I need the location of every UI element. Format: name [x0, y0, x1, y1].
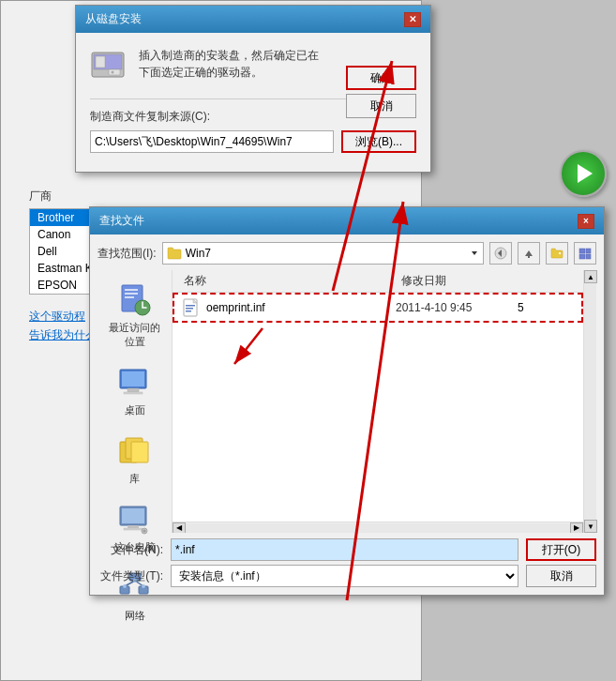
vertical-scrollbar[interactable]: ▲ ▼	[583, 270, 596, 533]
library-icon	[116, 432, 154, 470]
svg-rect-24	[124, 392, 143, 394]
svg-rect-2	[96, 56, 105, 68]
svg-marker-8	[525, 250, 533, 256]
svg-rect-22	[122, 371, 144, 386]
sidebar-desktop-label: 桌面	[125, 403, 145, 417]
desktop-icon	[116, 364, 154, 401]
scroll-up-btn[interactable]: ▲	[584, 270, 597, 283]
sidebar-library-label: 库	[129, 472, 140, 486]
svg-rect-3	[109, 69, 120, 75]
svg-rect-12	[579, 249, 585, 253]
file-bottom: 文件名(N): 打开(O) 文件类型(T): 安装信息（*.inf） 取消	[98, 538, 596, 587]
cancel-button[interactable]: 取消	[346, 94, 416, 118]
svg-rect-45	[186, 308, 193, 310]
file-dialog-titlebar: 查找文件 ×	[90, 207, 604, 235]
source-input[interactable]	[90, 130, 334, 153]
back-btn[interactable]	[489, 242, 512, 265]
file-dialog: 查找文件 × 查找范围(I): Win7	[89, 206, 605, 596]
main-dialog-close-btn[interactable]: ✕	[404, 12, 421, 27]
dropdown-arrow-icon	[470, 249, 479, 258]
svg-point-33	[143, 530, 145, 533]
recent-icon	[116, 281, 154, 319]
new-folder-btn[interactable]	[546, 242, 568, 265]
inf-file-icon	[182, 298, 201, 317]
svg-rect-30	[128, 525, 139, 528]
file-main: 最近访问的位置 桌面	[98, 270, 596, 533]
sidebar-desktop[interactable]: 桌面	[113, 360, 158, 421]
confirm-button[interactable]: 确定	[346, 66, 416, 90]
file-content: oemprint.inf 2011-4-10 9:45 5	[173, 293, 583, 522]
look-in-label: 查找范围(I):	[98, 246, 157, 262]
filename-input[interactable]	[171, 538, 518, 561]
main-dialog: 从磁盘安装 ✕ 插入制造商的安装盘，然后确定已在下面选定正确的驱动器。 确定 取…	[75, 5, 431, 173]
file-list-area: 名称 修改日期	[173, 270, 583, 533]
views-btn[interactable]	[574, 242, 596, 265]
scroll-right-btn[interactable]: ▶	[570, 522, 583, 534]
sidebar-recent[interactable]: 最近访问的位置	[101, 278, 168, 353]
file-row-oemprint[interactable]: oemprint.inf 2011-4-10 9:45 5	[173, 293, 583, 323]
svg-rect-9	[528, 256, 530, 258]
filename-row: 文件名(N): 打开(O)	[98, 538, 596, 561]
col-size	[519, 273, 576, 289]
svg-rect-44	[186, 305, 195, 307]
svg-point-4	[112, 71, 114, 74]
svg-marker-5	[472, 251, 477, 255]
svg-rect-19	[125, 296, 134, 298]
look-in-value: Win7	[186, 247, 466, 260]
file-name-oemprint: oemprint.inf	[206, 301, 396, 314]
computer-icon	[116, 501, 154, 538]
up-btn[interactable]	[518, 242, 540, 265]
main-dialog-body: 插入制造商的安装盘，然后确定已在下面选定正确的驱动器。 确定 取消 制造商文件复…	[76, 33, 430, 172]
file-sidebar: 最近访问的位置 桌面	[98, 270, 173, 533]
svg-rect-23	[128, 388, 139, 392]
file-date-oemprint: 2011-4-10 9:45	[396, 301, 518, 314]
file-cancel-button[interactable]: 取消	[526, 565, 596, 587]
svg-rect-18	[125, 293, 138, 295]
svg-rect-15	[586, 254, 591, 259]
scroll-down-btn[interactable]: ▼	[584, 520, 597, 533]
sidebar-recent-label: 最近访问的位置	[105, 321, 164, 349]
scroll-track-h[interactable]	[186, 523, 570, 533]
filetype-row: 文件类型(T): 安装信息（*.inf） 取消	[98, 565, 596, 587]
main-dialog-title: 从磁盘安装	[85, 11, 142, 27]
svg-rect-29	[122, 508, 144, 523]
folder-icon	[167, 246, 182, 261]
play-icon	[578, 164, 593, 183]
file-toolbar: 查找范围(I): Win7	[98, 242, 596, 265]
svg-rect-27	[131, 442, 148, 462]
filetype-label: 文件类型(T):	[98, 568, 163, 584]
browse-button[interactable]: 浏览(B)...	[341, 130, 416, 153]
svg-rect-17	[125, 289, 138, 291]
svg-rect-31	[124, 528, 143, 530]
svg-rect-46	[186, 310, 191, 312]
source-row: 浏览(B)...	[90, 130, 416, 153]
disk-icon	[90, 47, 128, 84]
svg-rect-14	[579, 254, 585, 259]
filetype-dropdown[interactable]: 安装信息（*.inf）	[171, 565, 518, 587]
main-dialog-text: 插入制造商的安装盘，然后确定已在下面选定正确的驱动器。	[139, 47, 326, 81]
file-dialog-title: 查找文件	[99, 213, 144, 229]
sidebar-library[interactable]: 库	[113, 429, 158, 490]
file-dialog-close-btn[interactable]: ×	[578, 214, 594, 229]
col-date: 修改日期	[398, 273, 519, 289]
open-button[interactable]: 打开(O)	[526, 538, 596, 561]
col-name: 名称	[180, 273, 398, 289]
svg-rect-13	[586, 249, 591, 253]
scroll-track-v[interactable]	[584, 283, 596, 520]
file-dialog-body: 查找范围(I): Win7	[90, 235, 604, 595]
filename-label: 文件名(N):	[98, 542, 163, 558]
manufacturer-label: 厂商	[29, 189, 402, 204]
scroll-left-btn[interactable]: ◀	[173, 522, 186, 534]
file-column-headers: 名称 修改日期	[173, 270, 583, 293]
horizontal-scrollbar[interactable]: ◀ ▶	[173, 522, 583, 533]
file-size-oemprint: 5	[518, 301, 574, 314]
main-dialog-titlebar: 从磁盘安装 ✕	[76, 6, 430, 33]
play-button[interactable]	[560, 150, 607, 197]
sidebar-network-label: 网络	[125, 609, 145, 623]
